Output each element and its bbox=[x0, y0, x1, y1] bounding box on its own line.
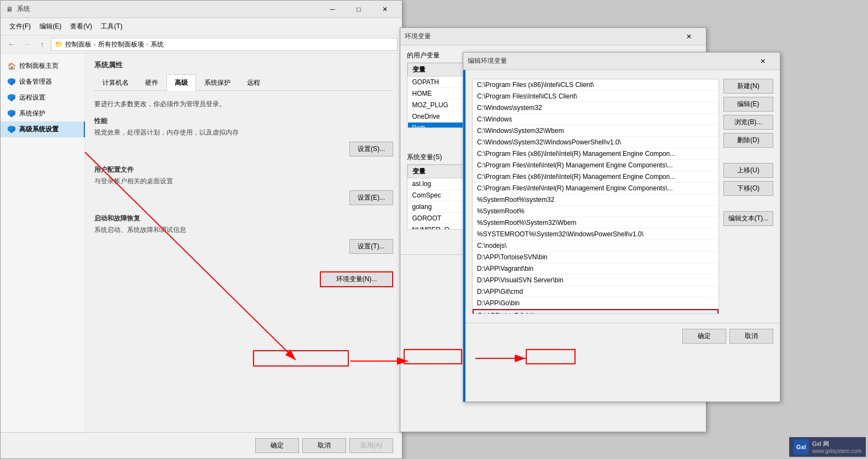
menu-tools[interactable]: 工具(T) bbox=[96, 20, 127, 33]
menu-bar: 文件(F) 编辑(E) 查看(V) 工具(T) bbox=[1, 18, 402, 36]
startup-desc: 系统启动、系统故障和调试信息 bbox=[94, 225, 393, 235]
edit-env-edit-btn[interactable]: 编辑(E) bbox=[723, 97, 773, 112]
sidebar-item-remote[interactable]: 远程设置 bbox=[1, 90, 85, 106]
edit-env-ok-btn[interactable]: 确定 bbox=[682, 329, 726, 344]
edit-env-cancel-btn[interactable]: 取消 bbox=[729, 329, 773, 344]
breadcrumb: 📁 控制面板 › 所有控制面板项 › 系统 bbox=[51, 38, 398, 51]
minimize-btn[interactable]: ─ bbox=[320, 2, 345, 16]
sidebar-item-home[interactable]: 🏠 控制面板主页 bbox=[1, 58, 85, 74]
path-item-11[interactable]: %SystemRoot% bbox=[473, 206, 718, 217]
ok-btn[interactable]: 确定 bbox=[255, 438, 299, 453]
home-icon: 🏠 bbox=[7, 62, 16, 71]
path-item-16[interactable]: D:\APP\Vagrant\bin bbox=[473, 263, 718, 275]
edit-env-bottom-buttons: 确定 取消 bbox=[463, 323, 780, 349]
env-vars-btn[interactable]: 环境变量(N)... bbox=[321, 272, 392, 286]
menu-view[interactable]: 查看(V) bbox=[66, 20, 96, 33]
path-item-18[interactable]: D:\APP\Git\cmd bbox=[473, 286, 718, 298]
breadcrumb-item-3[interactable]: 系统 bbox=[151, 40, 164, 49]
sidebar-label-advanced: 高级系统设置 bbox=[19, 125, 59, 134]
edit-env-new-btn[interactable]: 新建(N) bbox=[723, 79, 773, 94]
startup-title: 启动和故障恢复 bbox=[94, 214, 393, 223]
menu-edit[interactable]: 编辑(E) bbox=[35, 20, 66, 33]
content-area: 🏠 控制面板主页 设备管理器 远程设置 系统保护 bbox=[1, 54, 402, 457]
path-item-20[interactable]: D:\APP\php-7.2.11\ bbox=[473, 309, 718, 314]
path-item-8[interactable]: C:\Program Files (x86)\Intel\Intel(R) Ma… bbox=[473, 171, 718, 183]
system-props-title: 系统属性 bbox=[94, 60, 393, 70]
system-title-text: 系统 bbox=[17, 4, 30, 14]
path-item-6[interactable]: C:\Program Files (x86)\Intel\Intel(R) Ma… bbox=[473, 148, 718, 160]
edit-env-browse-btn[interactable]: 浏览(B)... bbox=[723, 115, 773, 130]
edit-env-title-text: 编辑环境变量 bbox=[468, 56, 507, 66]
edit-env-edittext-btn[interactable]: 编辑文本(T)... bbox=[723, 211, 773, 226]
sidebar-item-protection[interactable]: 系统保护 bbox=[1, 106, 85, 121]
advanced-icon bbox=[7, 125, 16, 134]
breadcrumb-sep-2: › bbox=[146, 40, 148, 48]
user-profiles-title: 用户配置文件 bbox=[94, 165, 393, 175]
path-item-10[interactable]: %SystemRoot%\system32 bbox=[473, 194, 718, 206]
path-item-19[interactable]: D:\APP\Go\bin bbox=[473, 298, 718, 309]
tab-remote[interactable]: 远程 bbox=[239, 74, 268, 91]
admin-note: 要进行大多数更改，你必须作为管理员登录。 bbox=[94, 97, 393, 111]
path-item-7[interactable]: C:\Program Files\Intel\Intel(R) Manageme… bbox=[473, 160, 718, 171]
sidebar-item-advanced[interactable]: 高级系统设置 bbox=[1, 121, 85, 137]
edit-env-movedown-btn[interactable]: 下移(O) bbox=[723, 181, 773, 196]
edit-env-title-bar: 编辑环境变量 ✕ bbox=[463, 53, 780, 70]
path-item-15[interactable]: D:\APP\TortoiseSVN\bin bbox=[473, 252, 718, 263]
performance-settings-btn[interactable]: 设置(S)... bbox=[349, 142, 393, 156]
nav-bar: ← → ↑ 📁 控制面板 › 所有控制面板项 › 系统 bbox=[1, 36, 402, 54]
path-item-17[interactable]: D:\APP\VisualSVN Server\bin bbox=[473, 275, 718, 286]
system-props-buttons: 确定 取消 应用(A) bbox=[1, 432, 402, 458]
startup-settings-btn[interactable]: 设置(T)... bbox=[349, 239, 393, 254]
breadcrumb-item-1[interactable]: 控制面板 bbox=[65, 40, 91, 49]
path-item-13[interactable]: %SYSTEMROOT%\System32\WindowsPowerShell\… bbox=[473, 229, 718, 240]
device-manager-icon bbox=[7, 78, 16, 86]
edit-content: C:\Program Files (x86)\Intel\iCLS Client… bbox=[463, 70, 780, 323]
up-btn[interactable]: ↑ bbox=[36, 38, 49, 51]
path-item-1[interactable]: C:\Program Files\Intel\iCLS Client\ bbox=[473, 91, 718, 102]
user-profiles-desc: 与登录帐户相关的桌面设置 bbox=[94, 177, 393, 186]
tab-computer-name[interactable]: 计算机名 bbox=[94, 74, 137, 91]
cancel-btn[interactable]: 取消 bbox=[302, 438, 346, 453]
path-item-4[interactable]: C:\Windows\System32\Wbem bbox=[473, 125, 718, 137]
edit-env-window: 编辑环境变量 ✕ C:\Program Files (x86)\Intel\iC… bbox=[463, 52, 780, 402]
performance-section: 性能 视觉效果，处理器计划，内存使用，以及虚拟内存 设置(S)... bbox=[94, 117, 393, 156]
env-title-buttons: ✕ bbox=[676, 30, 702, 44]
env-close-btn[interactable]: ✕ bbox=[676, 30, 702, 44]
tab-hardware[interactable]: 硬件 bbox=[137, 74, 166, 91]
user-profiles-settings-btn[interactable]: 设置(E)... bbox=[349, 190, 393, 205]
path-item-2[interactable]: C:\Windows\system32 bbox=[473, 102, 718, 114]
close-btn[interactable]: ✕ bbox=[372, 2, 398, 16]
path-list[interactable]: C:\Program Files (x86)\Intel\iCLS Client… bbox=[472, 79, 719, 314]
edit-env-title-buttons: ✕ bbox=[750, 54, 775, 68]
tab-bar: 计算机名 硬件 高级 系统保护 远程 bbox=[94, 74, 393, 91]
main-content: 系统属性 计算机名 硬件 高级 系统保护 远程 要进行大多数更改，你必须作为管理… bbox=[85, 54, 402, 457]
tab-advanced[interactable]: 高级 bbox=[166, 74, 196, 91]
path-item-3[interactable]: C:\Windows bbox=[473, 114, 718, 125]
maximize-btn[interactable]: □ bbox=[346, 2, 371, 16]
path-item-9[interactable]: C:\Program Files\Intel\Intel(R) Manageme… bbox=[473, 183, 718, 194]
system-title-icon: 🖥 bbox=[5, 5, 14, 14]
protection-icon bbox=[7, 109, 16, 118]
edit-env-close-btn[interactable]: ✕ bbox=[750, 54, 775, 68]
remote-icon bbox=[7, 94, 16, 102]
edit-env-moveup-btn[interactable]: 上移(U) bbox=[723, 163, 773, 178]
edit-env-action-buttons: 新建(N) 编辑(E) 浏览(B)... 删除(D) 上移(U) 下移(O) 编… bbox=[723, 74, 773, 318]
path-item-12[interactable]: %SystemRoot%\System32\Wbem bbox=[473, 217, 718, 229]
edit-env-delete-btn[interactable]: 删除(D) bbox=[723, 133, 773, 148]
menu-file[interactable]: 文件(F) bbox=[5, 20, 35, 33]
tab-system-protection[interactable]: 系统保护 bbox=[196, 74, 239, 91]
sidebar-item-device-manager[interactable]: 设备管理器 bbox=[1, 74, 85, 90]
breadcrumb-item-2[interactable]: 所有控制面板项 bbox=[98, 40, 144, 49]
performance-desc: 视觉效果，处理器计划，内存使用，以及虚拟内存 bbox=[94, 128, 393, 137]
watermark-text: Gxl 网 www.gxlsystem.com bbox=[812, 440, 861, 454]
performance-title: 性能 bbox=[94, 117, 393, 126]
back-btn[interactable]: ← bbox=[5, 38, 18, 51]
path-item-14[interactable]: C:\nodejs\ bbox=[473, 240, 718, 252]
env-title-text: 环境变量 bbox=[405, 32, 431, 41]
sidebar: 🏠 控制面板主页 设备管理器 远程设置 系统保护 bbox=[1, 54, 85, 457]
apply-btn[interactable]: 应用(A) bbox=[349, 438, 393, 453]
path-item-0[interactable]: C:\Program Files (x86)\Intel\iCLS Client… bbox=[473, 79, 718, 91]
path-item-5[interactable]: C:\Windows\System32\WindowsPowerShell\v1… bbox=[473, 137, 718, 148]
watermark-url: www.gxlsystem.com bbox=[812, 448, 861, 454]
system-window: 🖥 系统 ─ □ ✕ 文件(F) 编辑(E) 查看(V) 工具(T) ← → ↑… bbox=[0, 0, 403, 459]
